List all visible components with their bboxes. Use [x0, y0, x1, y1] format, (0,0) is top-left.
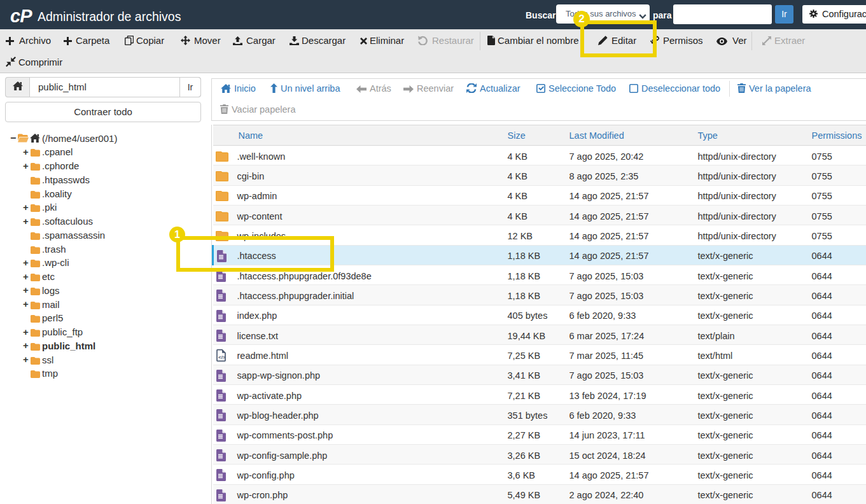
svg-text:</>: </>: [218, 354, 226, 360]
